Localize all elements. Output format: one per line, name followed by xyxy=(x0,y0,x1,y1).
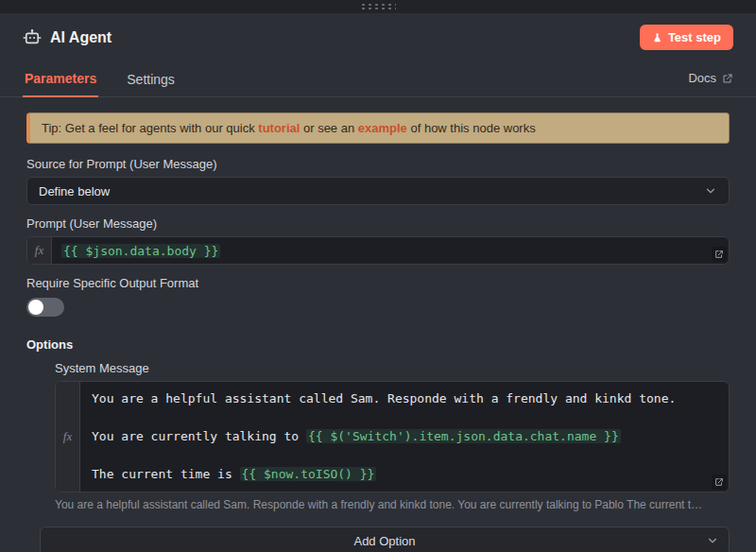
flask-icon xyxy=(652,32,662,43)
system-message-label: System Message xyxy=(55,361,730,375)
open-expression-editor-icon[interactable] xyxy=(712,247,727,262)
docs-label: Docs xyxy=(688,71,716,85)
system-message-section: System Message fx You are a helpful assi… xyxy=(55,361,730,511)
source-prompt-label: Source for Prompt (User Message) xyxy=(26,157,730,171)
chevron-down-icon xyxy=(704,184,717,198)
tutorial-link[interactable]: tutorial xyxy=(258,121,300,135)
prompt-expression: {{ $json.data.body }} xyxy=(61,244,220,258)
tab-parameters[interactable]: Parameters xyxy=(23,63,98,97)
system-message-line: You are a helpful assistant called Sam. … xyxy=(92,389,717,408)
output-format-label: Require Specific Output Format xyxy=(26,276,730,290)
tip-text-start: Tip: Get a feel for agents with our quic… xyxy=(42,121,258,135)
tab-bar: Parameters Settings Docs xyxy=(0,58,756,97)
node-header: AI Agent Test step xyxy=(0,13,756,58)
external-link-icon xyxy=(722,73,733,84)
tab-settings[interactable]: Settings xyxy=(125,64,177,96)
parameters-panel: Tip: Get a feel for agents with our quic… xyxy=(0,97,756,552)
tip-banner: Tip: Get a feel for agents with our quic… xyxy=(26,112,730,144)
line-text: The current time is xyxy=(92,467,240,481)
example-link[interactable]: example xyxy=(358,121,407,135)
panel-top-strip xyxy=(0,0,756,13)
fx-badge: fx xyxy=(56,382,80,492)
docs-link[interactable]: Docs xyxy=(688,71,733,96)
toggle-knob xyxy=(28,300,43,315)
line-expression: {{ $('Switch').item.json.data.chat.name … xyxy=(306,429,621,443)
robot-icon xyxy=(23,28,42,47)
line-expression: {{ $now.toISO() }} xyxy=(240,467,377,481)
system-message-text: You are a helpful assistant called Sam. … xyxy=(80,382,729,492)
expression-preview: You are a helpful assistant called Sam. … xyxy=(55,498,730,511)
ai-agent-node-panel: AI Agent Test step Parameters Settings D… xyxy=(0,0,756,552)
prompt-input[interactable]: fx {{ $json.data.body }} xyxy=(26,236,730,265)
line-text: You are currently talking to xyxy=(92,429,306,443)
source-prompt-select[interactable]: Define below xyxy=(26,177,730,205)
chevron-down-icon xyxy=(706,534,719,547)
add-option-label: Add Option xyxy=(353,534,415,548)
system-message-blank-line xyxy=(92,408,717,427)
system-message-blank-line xyxy=(92,446,717,465)
options-label: Options xyxy=(26,337,730,352)
node-title: AI Agent xyxy=(50,29,112,46)
add-option-button[interactable]: Add Option xyxy=(40,526,730,552)
system-message-line: The current time is {{ $now.toISO() }} xyxy=(92,465,717,484)
fx-badge: fx xyxy=(27,237,52,264)
output-format-toggle[interactable] xyxy=(26,298,64,317)
open-expression-editor-icon[interactable] xyxy=(712,474,727,490)
test-step-button[interactable]: Test step xyxy=(640,25,733,50)
system-message-input[interactable]: fx You are a helpful assistant called Sa… xyxy=(55,381,730,492)
source-prompt-value: Define below xyxy=(39,184,110,198)
drag-handle[interactable] xyxy=(360,3,396,10)
system-message-line: You are currently talking to {{ $('Switc… xyxy=(92,427,717,446)
tip-text-middle: or see an xyxy=(300,121,357,135)
tip-text-end: of how this node works xyxy=(407,121,536,135)
test-step-label: Test step xyxy=(668,30,721,44)
prompt-label: Prompt (User Message) xyxy=(26,216,730,231)
prompt-value: {{ $json.data.body }} xyxy=(52,237,729,264)
